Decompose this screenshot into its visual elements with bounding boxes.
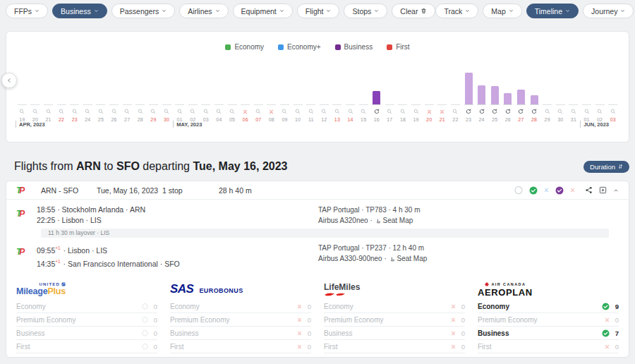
x-day-icon[interactable] — [440, 108, 445, 115]
day-tick — [70, 104, 79, 105]
search-day-icon[interactable] — [124, 108, 130, 115]
view-pill-timeline[interactable]: Timeline — [526, 4, 579, 18]
search-day-icon[interactable] — [387, 108, 392, 115]
program-column-sas-eurobonus: SASEUROBONUSEconomy0Premium Economy0Busi… — [170, 279, 311, 358]
search-day-icon[interactable] — [203, 108, 209, 115]
search-day-icon[interactable] — [545, 108, 550, 115]
search-day-icon[interactable] — [584, 108, 590, 115]
loading-spinner-icon — [142, 330, 148, 336]
search-progress-spinner — [514, 186, 523, 195]
search-day-icon[interactable] — [229, 108, 235, 115]
next-day-indicator: +1 — [55, 245, 60, 250]
refresh-day-icon[interactable] — [466, 108, 471, 115]
search-day-icon[interactable] — [177, 108, 183, 115]
refresh-day-icon[interactable] — [505, 108, 511, 115]
search-day-icon[interactable] — [111, 108, 117, 115]
x-day-icon[interactable] — [269, 108, 274, 115]
search-day-icon[interactable] — [46, 108, 52, 115]
refresh-day-icon[interactable] — [374, 108, 380, 115]
availability-count: 0 — [460, 303, 465, 310]
search-day-icon[interactable] — [59, 108, 64, 115]
segments: TP18:55 · Stockholm Arlanda · ARN22:25 ·… — [6, 200, 629, 269]
search-day-icon[interactable] — [255, 108, 261, 115]
availability-count: 0 — [152, 343, 157, 351]
arrival-place: · San Francisco International · SFO — [61, 260, 180, 268]
day-column-may-22: 22 — [449, 64, 462, 122]
unavailable-x-icon — [605, 317, 610, 322]
filter-pill-passengers[interactable]: Passengers — [111, 4, 175, 18]
view-pill-map[interactable]: Map — [483, 4, 521, 18]
pill-label: Business — [61, 7, 91, 16]
refresh-day-icon[interactable] — [479, 108, 485, 115]
filter-pill-stops[interactable]: Stops — [344, 4, 387, 18]
search-day-icon[interactable] — [98, 108, 104, 115]
search-day-icon[interactable] — [452, 108, 458, 115]
chevron-down-icon — [465, 8, 470, 13]
search-day-icon[interactable] — [571, 108, 576, 115]
view-pill-journey[interactable]: Journey — [583, 4, 634, 18]
legend-item-economy-: Economy+ — [278, 43, 321, 51]
refresh-day-icon[interactable] — [492, 108, 497, 115]
seat-map-link[interactable]: Seat Map — [397, 255, 428, 262]
toolbar-left: FFPsBusinessPassengersAirlinesEquipmentF… — [6, 4, 435, 18]
search-day-icon[interactable] — [597, 108, 603, 115]
search-day-icon[interactable] — [361, 108, 366, 115]
share-icon[interactable] — [585, 186, 593, 194]
search-day-icon[interactable] — [32, 108, 38, 115]
search-day-icon[interactable] — [413, 108, 419, 115]
availability-count: 9 — [614, 303, 619, 310]
segment-times: 18:55 · Stockholm Arlanda · ARN22:25 · L… — [37, 205, 318, 226]
search-day-icon[interactable] — [321, 108, 327, 115]
filter-pill-business[interactable]: Business — [52, 4, 107, 18]
x-day-icon[interactable] — [427, 108, 432, 115]
sas-wordmark: SAS — [170, 282, 193, 296]
refresh-day-icon[interactable] — [518, 108, 524, 115]
chevron-down-icon — [162, 8, 167, 13]
search-day-icon[interactable] — [164, 108, 169, 115]
search-day-icon[interactable] — [85, 108, 90, 115]
sort-duration-button[interactable]: Duration — [583, 161, 629, 173]
view-pill-track[interactable]: Track — [435, 4, 478, 18]
loading-spinner-icon — [142, 317, 148, 323]
filter-pill-airlines[interactable]: Airlines — [179, 4, 228, 18]
cabin-row-economy: Economy0 — [16, 300, 157, 313]
search-day-icon[interactable] — [216, 108, 222, 115]
search-day-icon[interactable] — [150, 108, 156, 115]
x-day-icon[interactable] — [243, 108, 248, 115]
filter-pill-flight[interactable]: Flight — [297, 4, 340, 18]
search-day-icon[interactable] — [138, 108, 143, 115]
search-day-icon[interactable] — [282, 108, 287, 115]
day-column-may-10: 10 — [291, 64, 305, 122]
aircraft-name: Airbus A320neo · — [318, 217, 375, 224]
search-day-icon[interactable] — [557, 108, 563, 115]
add-icon[interactable] — [599, 186, 607, 194]
cabin-label: Business — [478, 329, 509, 337]
filter-pill-clear[interactable]: Clear — [392, 4, 435, 18]
seat-map-link[interactable]: Seat Map — [383, 217, 413, 224]
search-day-icon[interactable] — [308, 108, 314, 115]
search-day-icon[interactable] — [610, 108, 616, 115]
cabin-row-premium-economy: Premium Economy0 — [170, 313, 311, 327]
day-column-may-06: 06 — [238, 64, 252, 122]
search-day-icon[interactable] — [348, 108, 353, 115]
search-day-icon[interactable] — [190, 108, 195, 115]
search-day-icon[interactable] — [19, 108, 25, 115]
filter-pill-equipment[interactable]: Equipment — [233, 4, 293, 18]
cabin-availability: 0 — [297, 329, 311, 337]
filter-pill-ffps[interactable]: FFPs — [6, 4, 48, 18]
flight-result-card: TP ARN - SFO Tue, May 16, 2023 1 stop 28… — [6, 181, 629, 358]
search-day-icon[interactable] — [334, 108, 340, 115]
cabin-label: Business — [16, 329, 45, 337]
search-day-icon[interactable] — [400, 108, 406, 115]
search-day-icon[interactable] — [295, 108, 301, 115]
chart-days: 1920212223242526272829300102030405060708… — [16, 64, 619, 122]
search-day-icon[interactable] — [72, 108, 78, 115]
refresh-day-icon[interactable] — [531, 108, 537, 115]
flight-result-header[interactable]: TP ARN - SFO Tue, May 16, 2023 1 stop 28… — [6, 181, 629, 200]
collapse-icon[interactable] — [613, 188, 619, 193]
chevron-down-icon — [374, 8, 379, 13]
unavailable-x-icon — [451, 304, 456, 309]
availability-bar — [373, 91, 380, 104]
mileageplus-wordmark: MileagePlus — [16, 286, 66, 296]
scroll-left-button[interactable] — [1, 73, 17, 88]
